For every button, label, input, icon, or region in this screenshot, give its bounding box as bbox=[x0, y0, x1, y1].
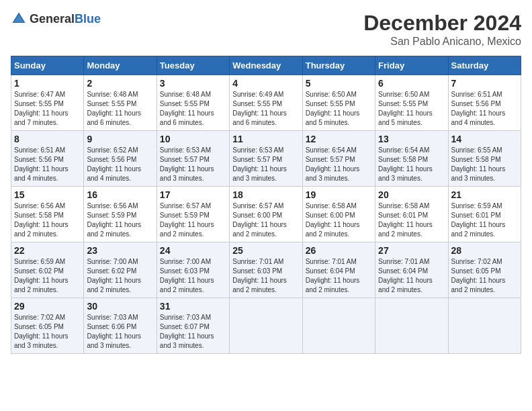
day-info: Sunrise: 6:52 AMSunset: 5:56 PMDaylight:… bbox=[87, 146, 153, 183]
table-row: 15 Sunrise: 6:56 AMSunset: 5:58 PMDaylig… bbox=[11, 187, 84, 242]
day-info: Sunrise: 7:00 AMSunset: 6:02 PMDaylight:… bbox=[87, 257, 153, 295]
day-info: Sunrise: 7:02 AMSunset: 6:05 PMDaylight:… bbox=[14, 313, 81, 351]
location-title: San Pablo Anicano, Mexico bbox=[363, 36, 521, 48]
day-number: 12 bbox=[306, 134, 372, 144]
table-row: 20 Sunrise: 6:58 AMSunset: 6:01 PMDaylig… bbox=[375, 187, 448, 242]
day-number: 14 bbox=[451, 134, 518, 144]
day-info: Sunrise: 6:48 AMSunset: 5:55 PMDaylight:… bbox=[87, 90, 153, 128]
day-info: Sunrise: 6:53 AMSunset: 5:57 PMDaylight:… bbox=[232, 146, 299, 183]
day-info: Sunrise: 6:55 AMSunset: 5:58 PMDaylight:… bbox=[451, 146, 518, 183]
day-number: 26 bbox=[306, 245, 372, 256]
table-row: 25 Sunrise: 7:01 AMSunset: 6:03 PMDaylig… bbox=[230, 242, 302, 298]
col-saturday: Saturday bbox=[448, 56, 521, 75]
table-row: 1 Sunrise: 6:47 AMSunset: 5:55 PMDayligh… bbox=[11, 75, 84, 131]
day-info: Sunrise: 6:59 AMSunset: 6:01 PMDaylight:… bbox=[451, 201, 518, 239]
calendar-week-row: 15 Sunrise: 6:56 AMSunset: 5:58 PMDaylig… bbox=[11, 187, 521, 242]
day-number: 9 bbox=[87, 134, 153, 144]
day-number: 17 bbox=[160, 189, 226, 200]
table-row: 2 Sunrise: 6:48 AMSunset: 5:55 PMDayligh… bbox=[84, 75, 157, 131]
day-number: 30 bbox=[87, 301, 153, 312]
day-info: Sunrise: 6:58 AMSunset: 6:00 PMDaylight:… bbox=[306, 201, 372, 239]
day-info: Sunrise: 7:01 AMSunset: 6:04 PMDaylight:… bbox=[306, 257, 372, 295]
table-row: 22 Sunrise: 6:59 AMSunset: 6:02 PMDaylig… bbox=[11, 242, 84, 298]
col-thursday: Thursday bbox=[302, 56, 375, 75]
day-number: 28 bbox=[451, 245, 518, 256]
table-row: 23 Sunrise: 7:00 AMSunset: 6:02 PMDaylig… bbox=[84, 242, 157, 298]
day-number: 11 bbox=[232, 134, 299, 144]
logo-general: General bbox=[30, 12, 75, 26]
title-block: December 2024 San Pablo Anicano, Mexico bbox=[363, 11, 521, 48]
table-row bbox=[375, 298, 448, 354]
table-row: 4 Sunrise: 6:49 AMSunset: 5:55 PMDayligh… bbox=[230, 75, 302, 131]
table-row: 16 Sunrise: 6:56 AMSunset: 5:59 PMDaylig… bbox=[84, 187, 157, 242]
table-row: 18 Sunrise: 6:57 AMSunset: 6:00 PMDaylig… bbox=[230, 187, 302, 242]
day-info: Sunrise: 7:01 AMSunset: 6:03 PMDaylight:… bbox=[232, 257, 299, 295]
day-number: 25 bbox=[232, 245, 299, 256]
logo-text: GeneralBlue bbox=[30, 12, 101, 26]
day-number: 15 bbox=[14, 189, 81, 200]
day-info: Sunrise: 6:50 AMSunset: 5:55 PMDaylight:… bbox=[306, 90, 372, 128]
day-number: 6 bbox=[378, 78, 445, 89]
table-row: 14 Sunrise: 6:55 AMSunset: 5:58 PMDaylig… bbox=[448, 131, 521, 187]
day-number: 23 bbox=[87, 245, 153, 256]
day-info: Sunrise: 6:51 AMSunset: 5:56 PMDaylight:… bbox=[14, 146, 81, 183]
day-number: 19 bbox=[306, 189, 372, 200]
table-row: 30 Sunrise: 7:03 AMSunset: 6:06 PMDaylig… bbox=[84, 298, 157, 354]
calendar-week-row: 29 Sunrise: 7:02 AMSunset: 6:05 PMDaylig… bbox=[11, 298, 521, 354]
table-row: 13 Sunrise: 6:54 AMSunset: 5:58 PMDaylig… bbox=[375, 131, 448, 187]
day-number: 31 bbox=[160, 301, 226, 312]
calendar-table: Sunday Monday Tuesday Wednesday Thursday… bbox=[11, 56, 521, 354]
day-info: Sunrise: 6:57 AMSunset: 5:59 PMDaylight:… bbox=[160, 201, 226, 239]
calendar-header-row: Sunday Monday Tuesday Wednesday Thursday… bbox=[11, 56, 521, 75]
table-row: 24 Sunrise: 7:00 AMSunset: 6:03 PMDaylig… bbox=[157, 242, 229, 298]
logo-blue: Blue bbox=[75, 12, 101, 26]
day-number: 1 bbox=[14, 78, 81, 89]
table-row: 12 Sunrise: 6:54 AMSunset: 5:57 PMDaylig… bbox=[302, 131, 375, 187]
table-row: 19 Sunrise: 6:58 AMSunset: 6:00 PMDaylig… bbox=[302, 187, 375, 242]
day-info: Sunrise: 6:59 AMSunset: 6:02 PMDaylight:… bbox=[14, 257, 81, 295]
col-sunday: Sunday bbox=[11, 56, 84, 75]
day-number: 2 bbox=[87, 78, 153, 89]
table-row: 26 Sunrise: 7:01 AMSunset: 6:04 PMDaylig… bbox=[302, 242, 375, 298]
day-info: Sunrise: 7:01 AMSunset: 6:04 PMDaylight:… bbox=[378, 257, 445, 295]
table-row bbox=[448, 298, 521, 354]
table-row: 9 Sunrise: 6:52 AMSunset: 5:56 PMDayligh… bbox=[84, 131, 157, 187]
day-info: Sunrise: 6:58 AMSunset: 6:01 PMDaylight:… bbox=[378, 201, 445, 239]
calendar-week-row: 8 Sunrise: 6:51 AMSunset: 5:56 PMDayligh… bbox=[11, 131, 521, 187]
table-row: 28 Sunrise: 7:02 AMSunset: 6:05 PMDaylig… bbox=[448, 242, 521, 298]
day-info: Sunrise: 6:48 AMSunset: 5:55 PMDaylight:… bbox=[160, 90, 226, 128]
table-row: 6 Sunrise: 6:50 AMSunset: 5:55 PMDayligh… bbox=[375, 75, 448, 131]
table-row: 7 Sunrise: 6:51 AMSunset: 5:56 PMDayligh… bbox=[448, 75, 521, 131]
col-friday: Friday bbox=[375, 56, 448, 75]
table-row bbox=[302, 298, 375, 354]
day-info: Sunrise: 6:57 AMSunset: 6:00 PMDaylight:… bbox=[232, 201, 299, 239]
table-row: 17 Sunrise: 6:57 AMSunset: 5:59 PMDaylig… bbox=[157, 187, 229, 242]
table-row: 11 Sunrise: 6:53 AMSunset: 5:57 PMDaylig… bbox=[230, 131, 302, 187]
day-info: Sunrise: 6:54 AMSunset: 5:58 PMDaylight:… bbox=[378, 146, 445, 183]
day-number: 18 bbox=[232, 189, 299, 200]
table-row: 31 Sunrise: 7:03 AMSunset: 6:07 PMDaylig… bbox=[157, 298, 229, 354]
day-number: 10 bbox=[160, 134, 226, 144]
day-info: Sunrise: 6:49 AMSunset: 5:55 PMDaylight:… bbox=[232, 90, 299, 128]
day-info: Sunrise: 6:53 AMSunset: 5:57 PMDaylight:… bbox=[160, 146, 226, 183]
col-wednesday: Wednesday bbox=[230, 56, 302, 75]
day-number: 24 bbox=[160, 245, 226, 256]
day-info: Sunrise: 6:47 AMSunset: 5:55 PMDaylight:… bbox=[14, 90, 81, 128]
day-info: Sunrise: 6:56 AMSunset: 5:58 PMDaylight:… bbox=[14, 201, 81, 239]
table-row: 5 Sunrise: 6:50 AMSunset: 5:55 PMDayligh… bbox=[302, 75, 375, 131]
col-tuesday: Tuesday bbox=[157, 56, 229, 75]
day-number: 16 bbox=[87, 189, 153, 200]
table-row: 10 Sunrise: 6:53 AMSunset: 5:57 PMDaylig… bbox=[157, 131, 229, 187]
day-info: Sunrise: 6:54 AMSunset: 5:57 PMDaylight:… bbox=[306, 146, 372, 183]
day-number: 4 bbox=[232, 78, 299, 89]
day-info: Sunrise: 6:56 AMSunset: 5:59 PMDaylight:… bbox=[87, 201, 153, 239]
day-info: Sunrise: 7:00 AMSunset: 6:03 PMDaylight:… bbox=[160, 257, 226, 295]
table-row: 8 Sunrise: 6:51 AMSunset: 5:56 PMDayligh… bbox=[11, 131, 84, 187]
day-info: Sunrise: 6:51 AMSunset: 5:56 PMDaylight:… bbox=[451, 90, 518, 128]
month-title: December 2024 bbox=[363, 11, 521, 36]
table-row: 21 Sunrise: 6:59 AMSunset: 6:01 PMDaylig… bbox=[448, 187, 521, 242]
day-number: 7 bbox=[451, 78, 518, 89]
day-number: 29 bbox=[14, 301, 81, 312]
day-number: 20 bbox=[378, 189, 445, 200]
table-row: 29 Sunrise: 7:02 AMSunset: 6:05 PMDaylig… bbox=[11, 298, 84, 354]
